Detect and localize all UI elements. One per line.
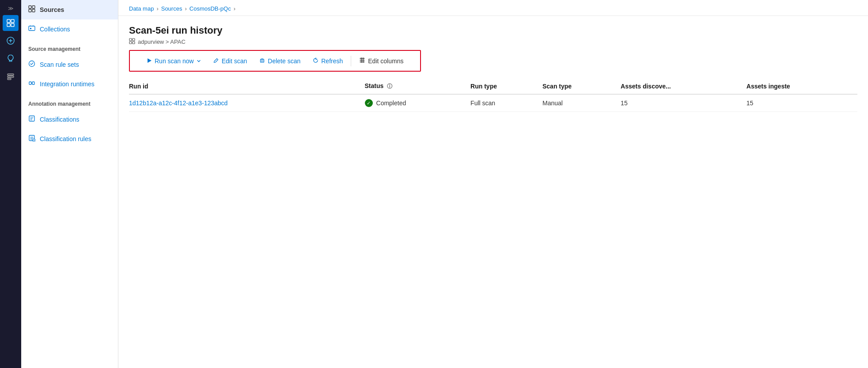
- scan-rule-sets-label: Scan rule sets: [40, 61, 79, 68]
- svg-rect-24: [133, 42, 135, 44]
- table-container: Run id Status ⓘ Run type Scan type Asset…: [118, 79, 868, 368]
- svg-rect-8: [8, 78, 11, 80]
- sidebar-item-collections[interactable]: Collections: [21, 19, 118, 39]
- svg-rect-2: [7, 23, 10, 27]
- page-header: Scan-5ei run history adpurview > APAC: [118, 16, 868, 50]
- svg-rect-0: [7, 19, 10, 23]
- status-completed-icon: ✓: [365, 99, 373, 107]
- toolbar: Run scan now Edit scan Delet: [129, 50, 421, 72]
- svg-point-20: [33, 139, 35, 142]
- integration-runtimes-label: Integration runtimes: [40, 80, 95, 88]
- delete-scan-button[interactable]: Delete scan: [253, 55, 307, 67]
- sidebar-item-classifications[interactable]: Classifications: [21, 110, 118, 129]
- scan-type-cell: Manual: [542, 94, 621, 112]
- assets-discovered-cell: 15: [621, 94, 747, 112]
- sources-label: Sources: [40, 6, 64, 13]
- scan-history-table: Run id Status ⓘ Run type Scan type Asset…: [129, 79, 857, 112]
- expand-icon[interactable]: ≫: [8, 4, 14, 13]
- subtitle-icon: [129, 38, 135, 46]
- columns-icon: [359, 57, 365, 65]
- icon-bar: ≫: [0, 0, 21, 368]
- page-title: Scan-5ei run history: [129, 25, 857, 36]
- main-content: Data map › Sources › CosmosDB-pQc › Scan…: [118, 0, 868, 368]
- edit-scan-label: Edit scan: [222, 58, 247, 65]
- col-assets-discovered: Assets discove...: [621, 79, 747, 94]
- sidebar: Sources Collections Source management Sc…: [21, 0, 118, 368]
- table-row: 1d12b12a-a12c-4f12-a1e3-123abcd ✓ Comple…: [129, 94, 857, 112]
- svg-rect-7: [8, 76, 14, 77]
- subtitle-text: adpurview > APAC: [138, 38, 186, 45]
- svg-rect-10: [32, 6, 35, 8]
- collections-label: Collections: [40, 26, 70, 33]
- run-id-cell[interactable]: 1d12b12a-a12c-4f12-a1e3-123abcd: [129, 94, 365, 112]
- svg-rect-17: [32, 82, 34, 84]
- annotation-management-label: Annotation management: [21, 94, 118, 110]
- refresh-label: Refresh: [321, 58, 343, 65]
- svg-point-15: [29, 61, 35, 67]
- delete-scan-label: Delete scan: [268, 58, 300, 65]
- source-management-label: Source management: [21, 39, 118, 55]
- chevron-down-icon: [197, 58, 201, 65]
- svg-rect-1: [11, 19, 14, 23]
- scan-rule-sets-icon: [28, 60, 35, 69]
- refresh-button[interactable]: Refresh: [307, 55, 349, 67]
- sidebar-item-integration-runtimes[interactable]: Integration runtimes: [21, 74, 118, 94]
- svg-rect-26: [261, 59, 264, 62]
- svg-rect-11: [29, 9, 31, 12]
- svg-rect-16: [29, 82, 31, 84]
- collections-icon: [28, 25, 35, 34]
- classification-rules-icon: [28, 134, 35, 143]
- edit-columns-button[interactable]: Edit columns: [353, 54, 409, 67]
- breadcrumb-cosmosdb[interactable]: CosmosDB-pQc: [190, 5, 231, 12]
- toolbar-divider: [351, 56, 351, 66]
- catalog-icon[interactable]: [3, 33, 19, 49]
- col-status: Status ⓘ: [365, 79, 471, 94]
- assets-ingested-cell: 15: [747, 94, 857, 112]
- svg-rect-3: [11, 23, 14, 27]
- classifications-icon: [28, 115, 35, 124]
- play-icon: [147, 58, 152, 65]
- status-text: Completed: [376, 100, 406, 107]
- svg-rect-6: [8, 74, 14, 75]
- status-cell: ✓ Completed: [365, 94, 471, 112]
- col-assets-ingested: Assets ingeste: [747, 79, 857, 94]
- sidebar-item-scan-rule-sets[interactable]: Scan rule sets: [21, 55, 118, 74]
- edit-icon: [213, 58, 219, 65]
- svg-rect-5: [9, 61, 12, 61]
- classification-rules-label: Classification rules: [40, 135, 91, 142]
- insights-icon[interactable]: [3, 50, 19, 66]
- edit-scan-button[interactable]: Edit scan: [207, 55, 254, 67]
- page-subtitle: adpurview > APAC: [129, 38, 857, 46]
- col-scan-type: Scan type: [542, 79, 621, 94]
- svg-rect-12: [32, 9, 35, 12]
- breadcrumb-data-map[interactable]: Data map: [129, 5, 154, 12]
- breadcrumb-sources[interactable]: Sources: [161, 5, 182, 12]
- status-info-icon: ⓘ: [387, 83, 392, 89]
- sources-icon: [28, 5, 35, 14]
- run-scan-now-button[interactable]: Run scan now: [140, 55, 207, 67]
- svg-rect-13: [29, 26, 35, 31]
- svg-rect-23: [129, 42, 132, 44]
- data-map-icon[interactable]: [3, 15, 19, 31]
- col-run-id: Run id: [129, 79, 365, 94]
- management-icon[interactable]: [3, 68, 19, 84]
- svg-marker-25: [148, 58, 152, 63]
- run-type-cell: Full scan: [470, 94, 542, 112]
- svg-rect-22: [133, 38, 135, 41]
- col-run-type: Run type: [470, 79, 542, 94]
- svg-rect-14: [30, 28, 31, 29]
- sidebar-item-sources[interactable]: Sources: [21, 0, 118, 19]
- classifications-label: Classifications: [40, 116, 79, 123]
- run-scan-now-label: Run scan now: [155, 58, 194, 65]
- breadcrumb: Data map › Sources › CosmosDB-pQc ›: [118, 0, 868, 16]
- integration-runtimes-icon: [28, 80, 35, 88]
- edit-columns-label: Edit columns: [368, 58, 403, 65]
- delete-icon: [259, 58, 265, 65]
- refresh-icon: [313, 58, 318, 65]
- svg-rect-9: [29, 6, 31, 8]
- sidebar-item-classification-rules[interactable]: Classification rules: [21, 129, 118, 149]
- svg-rect-21: [129, 38, 132, 41]
